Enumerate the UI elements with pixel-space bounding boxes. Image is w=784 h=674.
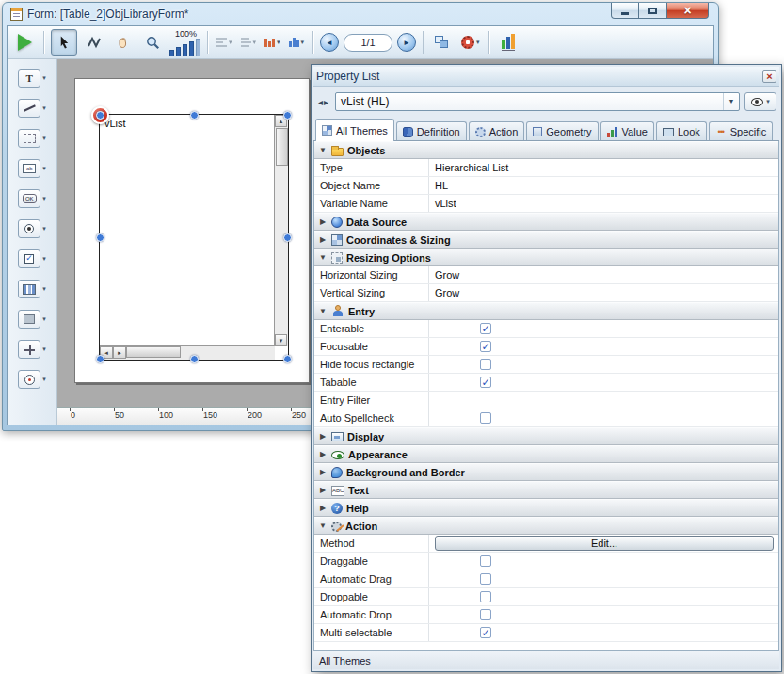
tab-definition[interactable]: Definition [396,121,467,141]
tool-tab-control-tool[interactable]: ▾ [18,370,46,389]
distribute-objects-dropdown[interactable]: ▾ [239,30,259,55]
tool-groupbox-tool[interactable]: ▾ [18,129,46,148]
checkbox-automatic-drop[interactable] [480,609,491,620]
tab-all-themes[interactable]: All Themes [315,119,394,141]
level-objects-dropdown[interactable]: ▾ [263,30,282,55]
checkbox-tool-button[interactable] [18,249,40,268]
dropdown-arrow-icon[interactable]: ▾ [42,376,46,383]
tool-splitter-tool[interactable]: ▾ [18,340,46,359]
property-value-droppable[interactable] [429,588,778,605]
checkbox-auto-spellcheck[interactable] [480,412,491,424]
object-nav-buttons[interactable]: ◂▸ [316,97,330,107]
property-list-titlebar[interactable]: Property List × [313,67,779,87]
group-row-help[interactable]: ▶Help [314,499,778,517]
property-value-automatic-drop[interactable] [429,606,778,623]
object-library-button[interactable] [496,30,520,55]
tool-listbox-tool[interactable]: ▾ [18,280,46,298]
selection-handle-mid-right[interactable] [283,233,292,242]
property-value-method[interactable]: Edit... [429,535,778,552]
listbox-tool-button[interactable] [18,280,40,298]
dropdown-arrow-icon[interactable]: ▾ [42,255,46,263]
collapse-icon[interactable]: ▼ [318,253,328,262]
text-tool-button[interactable] [18,69,40,88]
checkbox-enterable[interactable]: ✓ [480,323,491,334]
property-value-type[interactable]: Hierarchical List [429,159,778,176]
tool-rectangle-tool[interactable]: ▾ [18,310,46,329]
property-value-tabable[interactable]: ✓ [429,374,778,391]
horizontal-scrollbar[interactable]: ◄ ► [100,345,275,360]
object-selector-dropdown[interactable]: vList (HL) ▼ [335,92,740,111]
zoom-control[interactable]: 100% [169,28,200,56]
input-tool-button[interactable] [18,159,40,178]
dropdown-arrow-icon[interactable]: ▾ [42,135,46,142]
group-row-objects[interactable]: ▼Objects [314,141,778,159]
zoom-tool-button[interactable] [140,30,165,55]
group-row-action[interactable]: ▼Action [314,517,778,535]
next-page-button[interactable]: ► [397,33,416,52]
tool-line-tool[interactable]: ▾ [18,99,46,118]
tool-checkbox-tool[interactable]: ▾ [18,249,46,268]
vertical-scroll-thumb[interactable] [276,128,288,166]
checkbox-draggable[interactable] [480,555,491,567]
expand-icon[interactable]: ▶ [318,432,328,441]
scroll-right-icon[interactable]: ► [113,346,126,359]
previous-object-icon[interactable]: ◂ [318,97,323,107]
maximize-button[interactable] [639,3,667,19]
expand-icon[interactable]: ▶ [318,235,328,244]
expand-icon[interactable]: ▶ [318,450,328,458]
property-list-close-button[interactable]: × [762,70,776,83]
collapse-icon[interactable]: ▼ [318,146,328,154]
checkbox-tabable[interactable]: ✓ [480,377,491,388]
selection-handle-bottom-left[interactable] [96,355,104,363]
checkbox-hide-focus-rectangle[interactable] [480,359,491,370]
expand-icon[interactable]: ▶ [318,217,328,226]
property-value-automatic-drag[interactable] [429,570,778,587]
collapse-icon[interactable]: ▼ [318,307,328,315]
vertical-scrollbar[interactable]: ▲ ▼ [274,115,288,346]
tab-specific[interactable]: Specific [709,121,774,141]
previous-page-button[interactable]: ◄ [320,33,339,52]
tab-control-tool-button[interactable] [18,370,40,389]
vlist-object[interactable]: vList ▲ ▼ ◄ ► × [99,114,289,361]
scroll-down-icon[interactable]: ▼ [275,334,287,346]
property-value-object-name[interactable]: HL [429,177,778,194]
group-objects-dropdown[interactable]: ▾ [287,30,307,55]
dropdown-arrow-icon[interactable]: ▾ [42,74,46,82]
execute-form-button[interactable] [12,30,37,55]
line-tool-button[interactable] [18,99,40,118]
tool-text-tool[interactable]: ▾ [18,69,46,88]
group-row-data-source[interactable]: ▶Data Source [314,213,778,231]
dropdown-arrow-icon[interactable]: ▾ [42,165,46,172]
selection-tool-button[interactable] [51,29,77,56]
group-row-entry[interactable]: ▼Entry [314,302,778,320]
property-value-entry-filter[interactable] [429,392,778,409]
minimize-button[interactable] [611,3,639,19]
radio-tool-button[interactable] [18,219,40,238]
dropdown-arrow-icon[interactable]: ▾ [42,285,46,293]
property-value-focusable[interactable]: ✓ [429,338,778,355]
zoom-bars-icon[interactable] [169,39,200,56]
tab-value[interactable]: Value [600,121,654,141]
button-tool-button[interactable]: OK [18,189,40,208]
selection-handle-mid-left[interactable] [96,233,104,242]
dropdown-arrow-icon[interactable]: ▾ [42,345,46,353]
selection-handle-bottom-mid[interactable] [190,355,199,363]
rectangle-tool-button[interactable] [18,310,40,329]
group-row-background-and-border[interactable]: ▶Background and Border [314,463,778,481]
checkbox-multi-selectable[interactable]: ✓ [480,627,491,638]
selection-handle-bottom-right[interactable] [283,355,292,363]
next-object-icon[interactable]: ▸ [324,97,328,107]
form-page[interactable]: vList ▲ ▼ ◄ ► × [74,78,310,383]
dropdown-arrow-icon[interactable]: ▾ [42,195,46,202]
dropdown-arrow-icon[interactable]: ▾ [42,104,46,112]
entry-order-tool-button[interactable] [82,30,106,55]
expand-icon[interactable]: ▶ [318,486,328,494]
selection-handle-top-left[interactable] [96,111,104,120]
tab-geometry[interactable]: Geometry [526,121,598,141]
checkbox-focusable[interactable]: ✓ [480,341,491,352]
group-row-text[interactable]: ▶Text [314,481,778,499]
collapse-icon[interactable]: ▼ [318,522,328,530]
property-value-multi-selectable[interactable]: ✓ [429,624,778,641]
tab-look[interactable]: Look [656,121,707,141]
property-value-variable-name[interactable]: vList [429,195,778,212]
